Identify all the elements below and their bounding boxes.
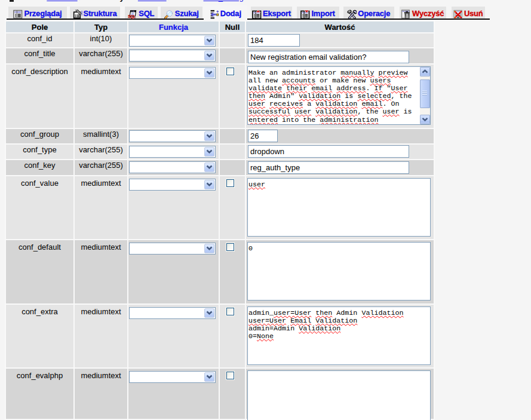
null-checkbox[interactable]: [226, 179, 234, 187]
value-input-conf_title[interactable]: [248, 51, 409, 63]
misspelled-word: email: [361, 100, 382, 108]
select-dropdown-arrow-icon[interactable]: [204, 244, 214, 253]
null-cell: [220, 48, 245, 63]
field-type: varchar(255): [75, 48, 127, 63]
field-name: conf_group: [6, 129, 73, 143]
header-field: Pole: [6, 22, 73, 32]
field-type: mediumtext: [75, 65, 127, 128]
select-dropdown-arrow-icon[interactable]: [204, 308, 214, 318]
value-cell: [246, 33, 434, 47]
null-cell: [220, 160, 245, 175]
header-function: Funkcja: [128, 22, 219, 32]
value-cell: [246, 369, 434, 419]
field-row-conf_id: conf_idint(10): [6, 33, 434, 47]
function-select[interactable]: [129, 307, 216, 319]
tab-sql[interactable]: SQL SQL: [125, 7, 158, 19]
function-select[interactable]: [129, 67, 216, 79]
function-select[interactable]: [129, 146, 216, 158]
tab-export[interactable]: Eksport: [251, 7, 292, 19]
textarea-scrollbar[interactable]: [420, 67, 430, 124]
null-cell: [220, 65, 245, 128]
misspelled-word: user: [294, 108, 311, 116]
export-icon: [252, 10, 262, 19]
value-textarea-conf_extra[interactable]: admin_user=User then Admin Validationuse…: [247, 306, 431, 365]
misspelled-word: validation: [299, 92, 340, 100]
tab-search[interactable]: Szukaj: [161, 7, 202, 19]
function-header-link[interactable]: Funkcja: [159, 23, 188, 32]
field-row-conf_type: conf_typevarchar(255): [6, 145, 434, 159]
svg-text:SQL: SQL: [128, 14, 136, 19]
tab-bar: Przeglądaj Struktura: [0, 0, 531, 22]
value-input-conf_id[interactable]: [248, 34, 300, 47]
value-textarea-conf_default[interactable]: 0: [247, 242, 431, 301]
function-select[interactable]: [129, 179, 216, 191]
value-cell: user: [246, 176, 434, 239]
misspelled-word: validation: [315, 108, 357, 116]
header-null: Null: [220, 22, 245, 32]
null-cell: [220, 369, 245, 419]
tab-sql-label: SQL: [139, 9, 154, 18]
tab-browse[interactable]: Przeglądaj: [8, 7, 67, 19]
field-name: conf_description: [6, 65, 73, 128]
field-name: conf_default: [6, 240, 73, 303]
select-dropdown-arrow-icon[interactable]: [204, 372, 214, 382]
misspelled-word: administration: [320, 116, 378, 124]
null-checkbox[interactable]: [226, 372, 234, 379]
select-dropdown-arrow-icon[interactable]: [204, 147, 214, 157]
select-dropdown-arrow-icon[interactable]: [204, 36, 214, 45]
misspelled-word: Validation: [299, 324, 340, 333]
value-input-conf_group[interactable]: [248, 130, 278, 142]
search-icon: [164, 10, 174, 19]
misspelled-word: then: [315, 309, 332, 317]
function-select[interactable]: [129, 243, 216, 255]
tab-drop[interactable]: Usuń: [452, 7, 485, 19]
tab-operations[interactable]: Operacje: [343, 7, 395, 19]
misspelled-word: manually: [340, 69, 374, 77]
null-checkbox[interactable]: [226, 243, 234, 251]
tab-structure[interactable]: Struktura: [70, 7, 120, 19]
select-dropdown-arrow-icon[interactable]: [204, 163, 214, 172]
select-dropdown-arrow-icon[interactable]: [204, 180, 214, 189]
null-checkbox[interactable]: [226, 308, 234, 315]
select-dropdown-arrow-icon[interactable]: [204, 68, 214, 78]
value-cell: Make an administrator manually previewal…: [246, 65, 434, 128]
function-select[interactable]: [129, 35, 216, 47]
function-select[interactable]: [129, 130, 216, 142]
field-name: conf_id: [6, 33, 73, 47]
textarea-line: admin=Admin Validation: [248, 325, 429, 333]
tab-empty[interactable]: Wyczyść: [400, 7, 446, 19]
value-textarea-conf_description[interactable]: Make an administrator manually previewal…: [247, 66, 431, 125]
textarea-line: user: [248, 181, 429, 189]
value-textarea-conf_evalphp[interactable]: [247, 370, 431, 420]
tab-operations-label: Operacje: [358, 9, 390, 18]
misspelled-word: receives: [269, 100, 303, 108]
field-row-conf_group: conf_groupsmallint(3): [6, 129, 434, 143]
tab-import[interactable]: Import: [297, 7, 339, 19]
insert-form-table: Pole Typ Funkcja Null Wartość conf_idint…: [5, 20, 435, 420]
function-select[interactable]: [129, 161, 216, 173]
scroll-up-icon[interactable]: [420, 67, 430, 76]
field-type: smallint(3): [75, 129, 127, 143]
field-type: mediumtext: [75, 176, 127, 239]
field-type: mediumtext: [75, 305, 127, 367]
scroll-down-icon[interactable]: [420, 115, 430, 124]
value-cell: [246, 160, 434, 175]
select-dropdown-arrow-icon[interactable]: [204, 131, 214, 141]
value-cell: admin_user=User then Admin Validationuse…: [246, 305, 434, 367]
value-textarea-conf_value[interactable]: user: [247, 178, 431, 237]
null-checkbox[interactable]: [226, 68, 234, 75]
value-input-conf_type[interactable]: [248, 145, 409, 158]
tab-browse-label: Przeglądaj: [24, 9, 62, 18]
value-input-conf_key[interactable]: [248, 161, 409, 174]
function-select[interactable]: [129, 50, 216, 62]
function-select[interactable]: [129, 371, 216, 383]
scrollbar-thumb[interactable]: [420, 79, 430, 108]
select-dropdown-arrow-icon[interactable]: [204, 51, 214, 60]
tab-empty-label: Wyczyść: [412, 9, 444, 18]
misspelled-word: validation: [315, 100, 357, 108]
tab-insert[interactable]: Dodaj: [204, 5, 248, 20]
operations-icon: [347, 10, 357, 19]
field-name: conf_type: [6, 145, 73, 159]
value-cell: [246, 48, 434, 63]
drop-table-icon: [453, 10, 463, 19]
